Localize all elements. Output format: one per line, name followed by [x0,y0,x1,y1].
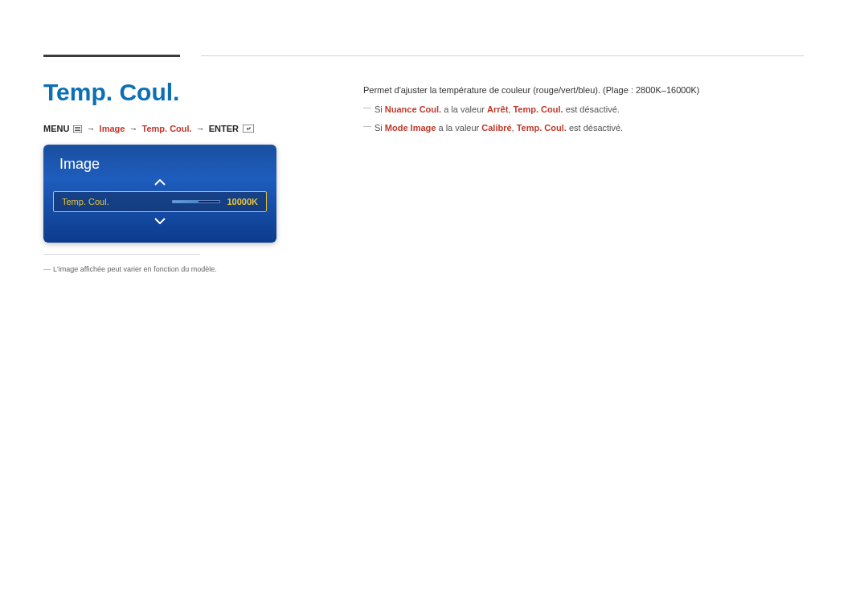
bc-temp-coul: Temp. Coul. [142,124,192,133]
osd-title: Image [59,156,100,173]
em-calibre: Calibré [481,123,511,133]
osd-up-button[interactable] [154,177,166,188]
note-mode-image: Si Mode Image a la valeur Calibré, Temp.… [363,121,805,136]
osd-panel: Image Temp. Coul. 10000K [43,145,276,243]
page-title: Temp. Coul. [43,79,179,106]
note-text: est désactivé. [563,104,620,114]
bc-menu: MENU [43,124,69,133]
footnote-divider [43,254,200,255]
footnote-model-variation: L'image affichée peut varier en fonction… [43,265,217,273]
description-column: Permet d'ajuster la température de coule… [363,84,805,136]
header-divider [201,55,804,56]
osd-down-button[interactable] [154,215,166,227]
menu-icon [73,125,82,134]
osd-row-label: Temp. Coul. [62,197,109,206]
slider-fill [173,201,199,202]
osd-temp-coul-row[interactable]: Temp. Coul. 10000K [53,191,267,212]
bc-enter: ENTER [209,124,239,133]
header-accent-bar [43,55,180,57]
note-nuance-coul: Si Nuance Coul. a la valeur Arrêt, Temp.… [363,103,805,117]
em-nuance-coul: Nuance Coul. [385,104,441,114]
note-text: est désactivé. [567,123,623,133]
temp-coul-slider[interactable] [172,200,220,203]
svg-rect-4 [243,125,254,133]
arrow-icon: → [196,124,205,133]
note-text: a la valeur [436,123,481,133]
enter-icon [243,125,254,134]
arrow-icon: → [87,124,96,133]
em-temp-coul: Temp. Coul. [513,104,563,114]
note-text: a la valeur [441,104,487,114]
note-text: Si [375,104,385,114]
em-temp-coul: Temp. Coul. [517,123,567,133]
osd-value: 10000K [227,197,258,206]
breadcrumb: MENU → Image → Temp. Coul. → ENTER [43,124,254,134]
bc-image: Image [100,124,125,133]
arrow-icon: → [129,124,137,133]
em-mode-image: Mode Image [385,123,436,133]
note-text: Si [375,123,385,133]
osd-slider-wrap: 10000K [109,197,258,206]
em-arret: Arrêt [487,104,508,114]
description-intro: Permet d'ajuster la température de coule… [363,84,805,98]
